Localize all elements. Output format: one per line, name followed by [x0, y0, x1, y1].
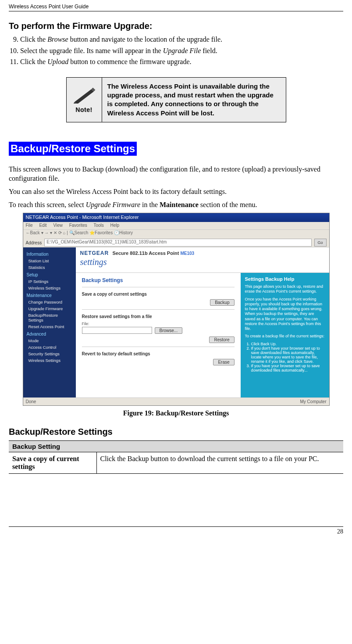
sidebar-item-station-list[interactable]: Station List: [23, 258, 76, 264]
page-number: 28: [9, 526, 343, 535]
browser-statusbar: Done My Computer: [23, 397, 329, 405]
browser-titlebar: NETGEAR Access Point - Microsoft Interne…: [23, 213, 329, 222]
restore-button[interactable]: Restore: [209, 336, 234, 343]
menu-favorites[interactable]: Favorites: [69, 223, 87, 228]
step-9-post: button and navigate to the location of t…: [68, 36, 222, 43]
sidebar-item-access-control[interactable]: Access Control: [23, 344, 76, 351]
table-header-backup-setting: Backup Setting: [9, 441, 343, 452]
file-input[interactable]: [82, 327, 152, 334]
backup-button[interactable]: Backup: [210, 299, 234, 306]
help-li3: If you have your browser set up to save …: [251, 364, 325, 372]
sidebar-header-advanced: Advanced: [23, 330, 76, 337]
status-left: Done: [26, 399, 36, 404]
table-cell-desc: Click the Backup button to download the …: [96, 452, 343, 474]
brand-settings-word: settings: [80, 257, 325, 267]
subheading-backup-restore: Backup/Restore Settings: [9, 427, 343, 437]
note-icon-cell: Note!: [66, 77, 102, 122]
menu-help[interactable]: Help: [110, 223, 120, 228]
para3-mid: in the: [140, 201, 160, 208]
pencil-note-icon: [72, 86, 96, 104]
address-input[interactable]: E:\VG_OEM\NetGear\ME103(802_11)\ME103_18…: [44, 239, 311, 247]
note-label: Note!: [72, 106, 96, 113]
status-right: My Computer: [300, 399, 326, 404]
upgrade-steps-list: Click the Browse button and navigate to …: [9, 35, 343, 67]
brand-product: Secure 802.11b Access Point: [113, 250, 181, 256]
sidebar-item-wireless-settings[interactable]: Wireless Settings: [23, 285, 76, 291]
step-9-pre: Click the: [20, 36, 47, 43]
sidebar-item-reset-access-point[interactable]: Reset Access Point: [23, 323, 76, 330]
sidebar-item-mode[interactable]: Mode: [23, 337, 76, 344]
note-callout: Note! The Wireless Access Point is unava…: [9, 77, 343, 122]
para3-pre: To reach this screen, select: [9, 201, 86, 208]
step-9-italic: Browse: [47, 36, 68, 43]
menu-view[interactable]: View: [53, 223, 63, 228]
step-11-post: button to commence the firmware upgrade.: [68, 58, 191, 65]
content-title: Backup Settings: [82, 277, 235, 283]
save-copy-label: Save a copy of current settings: [82, 292, 235, 297]
help-p2: Once you have the Access Point working p…: [245, 297, 325, 332]
sidebar-header-setup: Setup: [23, 271, 76, 278]
help-panel: Settings Backup Help This page allows yo…: [241, 273, 329, 397]
go-button[interactable]: Go: [314, 239, 327, 247]
para3-post: section of the menu.: [199, 201, 257, 208]
file-label: File:: [82, 322, 235, 326]
browser-toolbar: ←Back ▾ → ▾ ✕ ⟳ ⌂ | 🔍Search ⭐Favorites 🕘…: [23, 230, 329, 247]
menu-tools[interactable]: Tools: [93, 223, 103, 228]
para-intro-2: You can also set the Wireless Access Poi…: [9, 187, 343, 197]
brand-netgear: NETGEAR: [80, 250, 109, 256]
sidebar-item-security-settings[interactable]: Security Settings: [23, 351, 76, 357]
step-10-post: field.: [201, 47, 217, 54]
help-li1: Click Back Up.: [251, 342, 325, 346]
main-content: Backup Settings Save a copy of current s…: [76, 273, 241, 397]
para3-bold: Maintenance: [160, 201, 199, 208]
help-title: Settings Backup Help: [245, 276, 325, 282]
step-10: Select the upgrade file. Its name will a…: [20, 46, 343, 56]
address-label: Address: [26, 240, 42, 245]
step-9: Click the Browse button and navigate to …: [20, 35, 343, 44]
help-p3: To create a backup file of the current s…: [245, 334, 325, 339]
step-11-pre: Click the: [20, 58, 47, 65]
erase-button[interactable]: Erase: [213, 359, 234, 365]
restore-label: Restore saved settings from a file: [82, 314, 235, 319]
help-li2: If you don't have your browser set up to…: [251, 346, 325, 364]
sidebar-item-ip-settings[interactable]: IP Settings: [23, 278, 76, 285]
sidebar-item-wireless-settings-adv[interactable]: Wireless Settings: [23, 357, 76, 364]
settings-table: Backup Setting Save a copy of current se…: [9, 440, 343, 474]
brand-model: ME103: [180, 251, 194, 256]
step-10-italic: Upgrade File: [163, 47, 201, 54]
heading-perform-upgrade: To perform the Firmware Upgrade:: [9, 21, 343, 31]
step-11: Click the Upload button to commence the …: [20, 57, 343, 67]
step-11-italic: Upload: [47, 58, 68, 65]
browse-button[interactable]: Browse...: [155, 327, 183, 334]
toolbar-buttons[interactable]: ←Back ▾ → ▾ ✕ ⟳ ⌂ | 🔍Search ⭐Favorites 🕘…: [26, 230, 327, 235]
step-10-pre: Select the upgrade file. Its name will a…: [20, 47, 163, 54]
sidebar-header-information: Information: [23, 250, 76, 258]
menu-file[interactable]: File: [26, 223, 33, 228]
menu-edit[interactable]: Edit: [39, 223, 46, 228]
para3-italic: Upgrade Firmware: [86, 201, 140, 208]
note-text: The Wireless Access Point is unavailable…: [102, 77, 286, 122]
browser-menubar: File Edit View Favorites Tools Help: [23, 222, 329, 230]
para-intro-1: This screen allows you to Backup (downlo…: [9, 165, 343, 183]
brand-header: NETGEAR Secure 802.11b Access Point ME10…: [76, 247, 329, 273]
sidebar-item-upgrade-firmware[interactable]: Upgrade Firmware: [23, 305, 76, 312]
section-heading-backup-restore: Backup/Restore Settings: [9, 142, 137, 156]
revert-label: Revert to factory default settings: [82, 351, 235, 356]
sidebar-item-statistics[interactable]: Statistics: [23, 264, 76, 271]
help-p1: This page allows you to back up, restore…: [245, 284, 325, 294]
figure-caption: Figure 19: Backup/Restore Settings: [123, 409, 229, 417]
para-intro-3: To reach this screen, select Upgrade Fir…: [9, 200, 343, 210]
figure-screenshot: NETGEAR Access Point - Microsoft Interne…: [23, 213, 330, 406]
sidebar-header-maintenance: Maintenance: [23, 291, 76, 299]
sidebar-item-backup-restore[interactable]: Backup/Restore Settings: [23, 312, 76, 323]
sidebar-item-change-password[interactable]: Change Password: [23, 299, 76, 305]
table-row: Save a copy of current settings Click th…: [9, 452, 343, 474]
running-header: Wireless Access Point User Guide: [9, 0, 343, 11]
table-cell-label: Save a copy of current settings: [9, 452, 96, 474]
nav-sidebar: Information Station List Statistics Setu…: [23, 247, 76, 397]
